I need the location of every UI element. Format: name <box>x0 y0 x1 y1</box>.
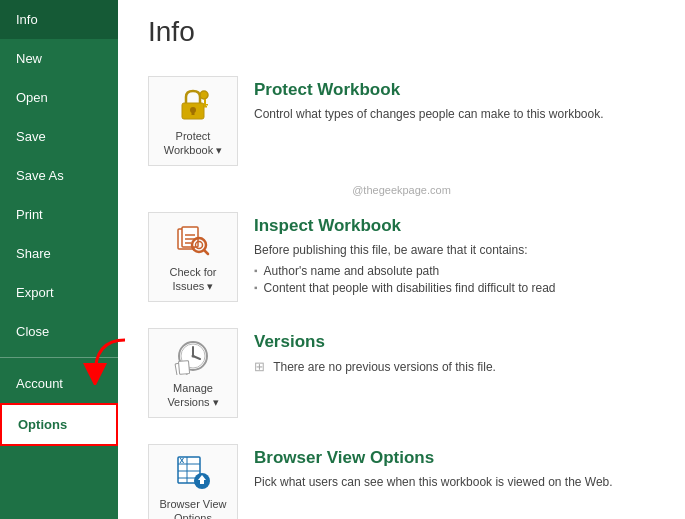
versions-card: ManageVersions ▾ Versions ⊞ There are no… <box>148 320 655 426</box>
browser-view-text: Browser View Options Pick what users can… <box>254 444 655 491</box>
manage-versions-icon <box>174 337 212 382</box>
check-issues-button[interactable]: Check forIssues ▾ <box>148 212 238 302</box>
sidebar-item-save[interactable]: Save <box>0 117 118 156</box>
protect-workbook-text: Protect Workbook Control what types of c… <box>254 76 655 123</box>
sidebar-item-print[interactable]: Print <box>0 195 118 234</box>
svg-rect-5 <box>204 104 208 106</box>
inspect-workbook-list: Author's name and absolute path Content … <box>254 264 655 295</box>
protect-workbook-button[interactable]: ProtectWorkbook ▾ <box>148 76 238 166</box>
protect-workbook-label: ProtectWorkbook ▾ <box>164 130 222 156</box>
svg-rect-30 <box>200 480 204 484</box>
versions-icon-small: ⊞ <box>254 359 265 374</box>
main-content: Info Protec <box>118 0 685 519</box>
manage-versions-button[interactable]: ManageVersions ▾ <box>148 328 238 418</box>
sidebar-item-options[interactable]: Options <box>0 403 118 446</box>
browser-view-desc: Pick what users can see when this workbo… <box>254 473 655 491</box>
sidebar-item-new[interactable]: New <box>0 39 118 78</box>
svg-rect-4 <box>204 99 206 107</box>
versions-desc: ⊞ There are no previous versions of this… <box>254 357 655 377</box>
sidebar: Info New Open Save Save As Print Share E… <box>0 0 118 519</box>
sidebar-item-open[interactable]: Open <box>0 78 118 117</box>
protect-workbook-icon <box>174 85 212 130</box>
protect-workbook-card: ProtectWorkbook ▾ Protect Workbook Contr… <box>148 68 655 174</box>
browser-view-title: Browser View Options <box>254 448 655 468</box>
browser-view-icon: X <box>174 453 212 498</box>
inspect-workbook-title: Inspect Workbook <box>254 216 655 236</box>
svg-rect-6 <box>204 106 207 108</box>
check-issues-icon <box>174 221 212 266</box>
list-item: Author's name and absolute path <box>254 264 655 278</box>
browser-view-button[interactable]: X Browser ViewOptions <box>148 444 238 519</box>
manage-versions-label: ManageVersions ▾ <box>167 382 218 408</box>
watermark: @thegeekpage.com <box>148 184 655 196</box>
browser-view-card: X Browser ViewOptions Browser View Optio… <box>148 436 655 519</box>
sidebar-item-share[interactable]: Share <box>0 234 118 273</box>
svg-rect-2 <box>192 110 195 115</box>
sidebar-item-info[interactable]: Info <box>0 0 118 39</box>
inspect-workbook-card: Check forIssues ▾ Inspect Workbook Befor… <box>148 204 655 310</box>
check-issues-label: Check forIssues ▾ <box>169 266 216 292</box>
browser-view-label: Browser ViewOptions <box>159 498 226 519</box>
inspect-workbook-desc: Before publishing this file, be aware th… <box>254 241 655 259</box>
svg-point-3 <box>200 91 208 99</box>
sidebar-item-export[interactable]: Export <box>0 273 118 312</box>
inspect-workbook-text: Inspect Workbook Before publishing this … <box>254 212 655 298</box>
versions-title: Versions <box>254 332 655 352</box>
svg-rect-21 <box>178 361 189 375</box>
red-arrow-icon <box>70 335 130 385</box>
versions-text: Versions ⊞ There are no previous version… <box>254 328 655 377</box>
svg-line-14 <box>204 250 208 254</box>
protect-workbook-desc: Control what types of changes people can… <box>254 105 655 123</box>
svg-point-19 <box>192 355 195 358</box>
page-title: Info <box>148 16 655 48</box>
protect-workbook-title: Protect Workbook <box>254 80 655 100</box>
svg-text:X: X <box>180 457 185 464</box>
sidebar-item-save-as[interactable]: Save As <box>0 156 118 195</box>
list-item: Content that people with disabilities fi… <box>254 281 655 295</box>
